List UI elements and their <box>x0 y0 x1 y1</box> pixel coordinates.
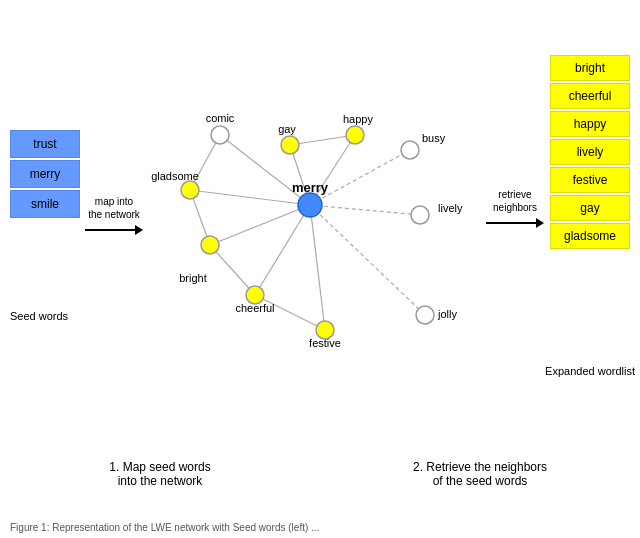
retrieve-arrow <box>486 218 544 228</box>
svg-line-5 <box>310 205 325 330</box>
expanded-word-gladsome: gladsome <box>550 223 630 249</box>
label-bright: bright <box>179 272 207 284</box>
node-bright <box>201 236 219 254</box>
expanded-word-bright: bright <box>550 55 630 81</box>
label-jolly: jolly <box>437 308 457 320</box>
label-comic: comic <box>206 112 235 124</box>
svg-line-6 <box>310 205 420 215</box>
svg-line-7 <box>310 150 410 205</box>
seed-word-smile: smile <box>10 190 80 218</box>
label-happy: happy <box>343 113 373 125</box>
expanded-word-gay: gay <box>550 195 630 221</box>
node-gladsome <box>181 181 199 199</box>
label-merry: merry <box>292 180 329 195</box>
expanded-word-happy: happy <box>550 111 630 137</box>
node-comic <box>211 126 229 144</box>
svg-line-1 <box>255 205 310 295</box>
seed-word-box: trust merry smile <box>10 130 80 218</box>
svg-line-10 <box>210 245 255 295</box>
node-lively <box>411 206 429 224</box>
figure-caption: Figure 1: Representation of the LWE netw… <box>10 522 630 533</box>
label-gay: gay <box>278 123 296 135</box>
expanded-word-festive: festive <box>550 167 630 193</box>
node-merry <box>298 193 322 217</box>
step2-text: 2. Retrieve the neighbors of the seed wo… <box>340 460 620 488</box>
node-jolly <box>416 306 434 324</box>
node-gay <box>281 136 299 154</box>
seed-label: Seed words <box>10 310 68 322</box>
bottom-captions: 1. Map seed words into the network 2. Re… <box>0 460 640 488</box>
step2-caption: 2. Retrieve the neighbors of the seed wo… <box>340 460 620 488</box>
label-festive: festive <box>309 337 341 349</box>
expanded-word-box: bright cheerful happy lively festive gay… <box>550 55 630 249</box>
label-cheerful: cheerful <box>235 302 274 314</box>
seed-word-trust: trust <box>10 130 80 158</box>
node-happy <box>346 126 364 144</box>
label-busy: busy <box>422 132 446 144</box>
label-lively: lively <box>438 202 463 214</box>
svg-line-0 <box>210 205 310 245</box>
expanded-label: Expanded wordlist <box>545 365 635 377</box>
step1-text: 1. Map seed words into the network <box>20 460 300 488</box>
node-busy <box>401 141 419 159</box>
svg-line-8 <box>310 205 425 315</box>
expanded-word-lively: lively <box>550 139 630 165</box>
network-diagram: merry bright cheerful gladsome gay happy… <box>80 60 520 370</box>
label-gladsome: gladsome <box>151 170 199 182</box>
main-container: trust merry smile Seed words map intothe… <box>0 0 640 538</box>
step1-caption: 1. Map seed words into the network <box>20 460 300 488</box>
retrieve-label: retrieveneighbors <box>486 188 544 214</box>
expanded-word-cheerful: cheerful <box>550 83 630 109</box>
seed-word-merry: merry <box>10 160 80 188</box>
retrieve-arrow-area: retrieveneighbors <box>486 188 544 228</box>
svg-line-14 <box>290 135 355 145</box>
